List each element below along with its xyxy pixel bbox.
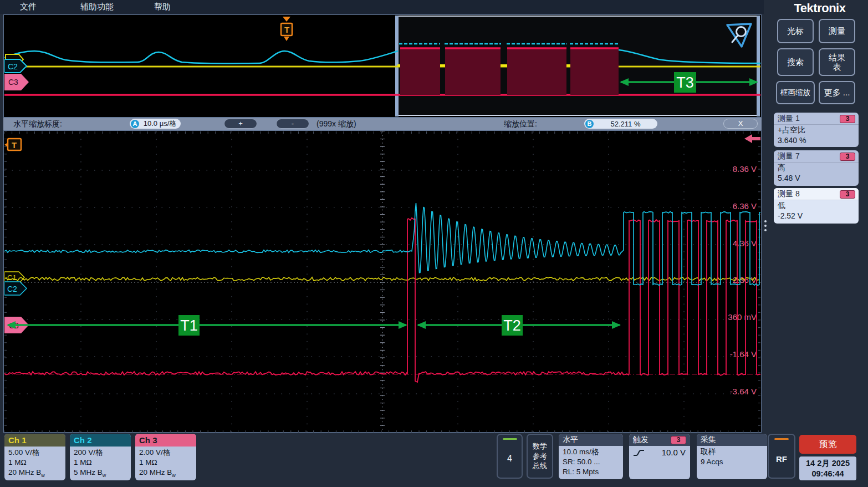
acquisition-count: 9 Acqs — [701, 457, 767, 467]
ch2-marker-label: C2 — [7, 285, 17, 293]
t1-label: T1 — [180, 317, 198, 334]
overview-ch3-marker-label: C3 — [8, 78, 18, 87]
measurement-badge-8[interactable]: 测量 8 3 低 -2.52 V — [774, 188, 859, 224]
zoom-in-button[interactable]: + — [224, 119, 257, 129]
menu-utility[interactable]: 辅助功能 — [80, 2, 114, 12]
overview-ch2-trace — [4, 51, 398, 64]
channel-3-name: Ch 3 — [135, 434, 196, 447]
measurement-title: 测量 1 — [778, 114, 800, 124]
ch1-marker-label: C1 — [7, 273, 17, 282]
zoom-position-label: 缩放位置: — [504, 119, 537, 129]
zoom-scale-value[interactable]: A 10.0 µs/格 — [130, 119, 181, 129]
panel-drag-handle[interactable] — [764, 220, 768, 231]
zoom-close-button[interactable]: X — [723, 119, 758, 129]
sidebar-button-search[interactable]: 搜索 — [777, 48, 814, 76]
sidebar-button-cursors[interactable]: 光标 — [777, 19, 814, 43]
svg-text:8.36 V: 8.36 V — [733, 164, 757, 174]
svg-text:-1.64 V: -1.64 V — [730, 349, 757, 359]
main-waveform-display[interactable]: 8.36 V 6.36 V 4.36 V 2.36 V 360 mV -1.64… — [3, 130, 762, 433]
channel-scale: 200 V/格 — [74, 448, 131, 458]
channel-bandwidth: 20 MHz Bw — [139, 468, 196, 479]
measurement-name: 高 — [774, 163, 859, 173]
channel-2-badge[interactable]: Ch 2 200 V/格 1 MΩ 5 MHz Bw — [70, 434, 131, 480]
sample-rate: SR: 50.0 ... — [563, 457, 623, 467]
sidebar-button-box-zoom[interactable]: 框画缩放 — [776, 81, 815, 104]
t2-annotation: T2 — [417, 315, 621, 336]
overview-ch2-marker-label: C2 — [8, 62, 18, 71]
bus-label: 总线 — [533, 461, 547, 471]
trigger-title: 触发 — [633, 435, 649, 445]
svg-text:6.36 V: 6.36 V — [733, 201, 757, 211]
measurement-source-chip: 3 — [840, 115, 855, 123]
math-ref-bus-button[interactable]: 数学 参考 总线 — [527, 434, 553, 479]
horizontal-badge[interactable]: 水平 10.0 ms/格 SR: 50.0 ... RL: 5 Mpts — [559, 434, 623, 479]
channel-bandwidth: 20 MHz Bw — [8, 468, 65, 479]
zoom-position-value[interactable]: B 52.211 % — [584, 119, 657, 129]
channel-2-name: Ch 2 — [70, 434, 131, 447]
date-text: 14 2月 2025 — [806, 458, 850, 468]
tektronix-logo: Tektronix — [778, 1, 861, 16]
sidebar-button-more[interactable]: 更多 ... — [819, 81, 855, 104]
sidebar-button-measure[interactable]: 测量 — [819, 19, 855, 43]
measurement-badge-1[interactable]: 测量 1 3 +占空比 3.640 % — [774, 113, 859, 147]
channel-1-name: Ch 1 — [4, 434, 65, 447]
channel-1-badge[interactable]: Ch 1 5.00 V/格 1 MΩ 20 MHz Bw — [4, 434, 65, 480]
menu-help[interactable]: 帮助 — [154, 2, 171, 12]
zoom-factor: (999x 缩放) — [316, 119, 356, 129]
ch1-trace — [4, 277, 759, 281]
channel-3-badge[interactable]: Ch 3 2.00 V/格 1 MΩ 20 MHz Bw — [135, 434, 196, 480]
zoom-out-button[interactable]: - — [276, 119, 309, 129]
datetime-display: 14 2月 2025 09:46:44 — [799, 456, 856, 480]
t3-label: T3 — [676, 74, 694, 91]
measurement-source-chip: 3 — [840, 190, 855, 199]
knob-b-icon: B — [585, 120, 594, 128]
rising-edge-icon — [633, 448, 645, 457]
acquisition-badge[interactable]: 采集 取样 9 Acqs — [697, 434, 767, 479]
overview-trigger-marker[interactable]: T — [281, 17, 292, 41]
trigger-level-arrow[interactable] — [744, 134, 760, 143]
trigger-position-badge[interactable]: T — [4, 139, 21, 150]
horizontal-title: 水平 — [563, 435, 578, 445]
measurement-value: 3.640 % — [774, 135, 859, 146]
t2-label: T2 — [503, 317, 521, 334]
channel-bandwidth: 5 MHz Bw — [74, 468, 131, 479]
measurement-name: +占空比 — [774, 125, 859, 135]
horizontal-scale: 10.0 ms/格 — [563, 447, 623, 457]
add-channel-4-button[interactable]: 4 — [497, 434, 523, 479]
zoom-scale-label: 水平缩放标度: — [13, 119, 62, 129]
sidebar-button-results-table[interactable]: 结果表 — [819, 48, 855, 76]
measurement-value: -2.52 V — [774, 211, 859, 221]
math-label: 数学 — [533, 442, 547, 452]
svg-text:4.36 V: 4.36 V — [733, 239, 757, 248]
measurement-value: 5.48 V — [774, 173, 859, 184]
measurement-title: 测量 8 — [778, 189, 800, 199]
channel-scale: 5.00 V/格 — [8, 448, 65, 458]
svg-text:T: T — [284, 25, 289, 34]
trigger-level: 10.0 V — [662, 447, 686, 458]
knob-a-icon: A — [131, 120, 139, 128]
menu-bar: 文件 辅助功能 帮助 — [0, 0, 764, 14]
zoom-toolbar: 水平缩放标度: A 10.0 µs/格 + - (999x 缩放) 缩放位置: … — [3, 118, 762, 130]
record-length: RL: 5 Mpts — [563, 467, 623, 477]
svg-text:-3.64 V: -3.64 V — [730, 387, 757, 396]
trigger-source-chip: 3 — [671, 436, 686, 444]
trigger-badge[interactable]: 触发 3 10.0 V — [629, 434, 690, 479]
measurement-title: 测量 7 — [778, 151, 800, 161]
channel-impedance: 1 MΩ — [74, 458, 131, 468]
channel-scale: 2.00 V/格 — [139, 448, 196, 458]
channel-impedance: 1 MΩ — [8, 458, 65, 468]
preview-button[interactable]: 预览 — [799, 435, 856, 454]
time-text: 09:46:44 — [811, 469, 844, 479]
overview-pulse-blocks — [397, 44, 619, 95]
waveform-overview[interactable]: C2 C3 T T3 — [3, 14, 762, 118]
measurement-name: 低 — [774, 200, 859, 211]
oscilloscope-screen: 文件 辅助功能 帮助 Tektronix — [0, 0, 868, 487]
menu-file[interactable]: 文件 — [20, 2, 37, 12]
measurement-source-chip: 3 — [840, 153, 855, 161]
acquisition-mode: 取样 — [701, 447, 767, 457]
rf-button[interactable]: RF — [768, 434, 795, 479]
svg-text:360 mV: 360 mV — [728, 312, 757, 322]
measurement-badge-7[interactable]: 测量 7 3 高 5.48 V — [774, 150, 859, 186]
svg-text:T: T — [12, 140, 17, 150]
acquisition-title: 采集 — [701, 435, 716, 445]
